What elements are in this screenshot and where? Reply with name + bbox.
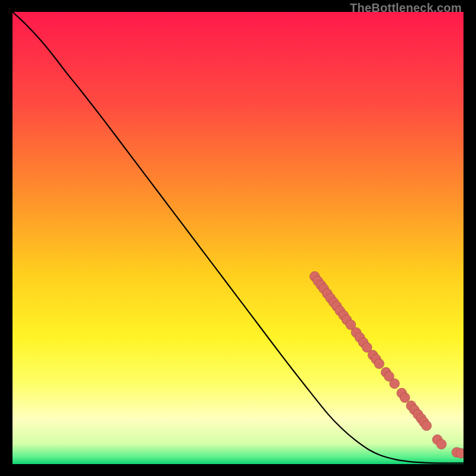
- gradient-background: [12, 12, 464, 464]
- data-point: [374, 359, 384, 369]
- bottleneck-chart: [12, 12, 464, 464]
- data-point: [390, 378, 400, 389]
- data-point: [400, 393, 410, 403]
- data-point: [422, 421, 432, 431]
- data-point: [437, 439, 447, 449]
- watermark-text: TheBottleneck.com: [350, 1, 462, 15]
- chart-stage: TheBottleneck.com: [0, 0, 476, 476]
